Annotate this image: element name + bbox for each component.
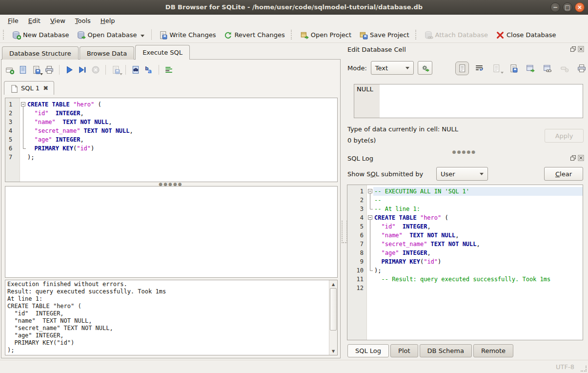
close-database-button[interactable]: Close Database	[492, 29, 560, 40]
menu-edit[interactable]: Edit	[23, 16, 45, 26]
dock-tab-remote[interactable]: Remote	[473, 344, 513, 357]
scrollbar-thumb[interactable]	[330, 288, 337, 331]
sql-log-view[interactable]: 1-- EXECUTING ALL IN 'SQL 1'2--3-- At li…	[347, 185, 583, 340]
fold-marker[interactable]	[20, 109, 26, 118]
close-dock-icon[interactable]	[578, 46, 584, 52]
open-sql-file-icon[interactable]	[19, 65, 27, 74]
save-as-icon[interactable]	[509, 64, 518, 73]
fold-marker[interactable]	[367, 222, 373, 231]
minimize-button[interactable]: −	[550, 2, 560, 12]
attach-database-button: Attach Database	[421, 29, 492, 40]
float-dock-icon[interactable]	[570, 155, 576, 161]
execution-message-pane[interactable]: Execution finished without errors.Result…	[5, 280, 338, 355]
toolbar-handle[interactable]	[3, 30, 5, 40]
fold-marker[interactable]	[20, 135, 26, 144]
text-view-icon[interactable]	[458, 64, 466, 73]
title-bar[interactable]: DB Browser for SQLite - /home/user/code/…	[0, 0, 588, 15]
maximize-button[interactable]: □	[563, 2, 572, 12]
toolbar-handle[interactable]	[291, 30, 293, 40]
code-line: 6 "name" TEXT NOT NULL,	[347, 231, 583, 240]
sql-tab[interactable]: SQL 1 ✖	[4, 81, 54, 95]
fold-marker[interactable]	[367, 213, 373, 222]
find-icon[interactable]	[131, 65, 140, 74]
message-line: At line 1:	[7, 295, 328, 303]
float-dock-icon[interactable]	[570, 46, 576, 52]
export-icon[interactable]	[526, 64, 535, 73]
cell-type-info: Type of data currently in cell: NULL	[347, 125, 458, 133]
dropdown-arrow-icon[interactable]	[141, 35, 144, 37]
print-cell-icon[interactable]	[577, 64, 586, 73]
fold-marker[interactable]	[20, 144, 26, 153]
horizontal-splitter[interactable]: ●●●●●	[1, 183, 340, 186]
menu-bar: FileEditViewToolsHelp	[0, 15, 588, 27]
close-button[interactable]: ×	[575, 2, 585, 12]
close-tab-icon[interactable]: ✖	[43, 85, 48, 91]
write-changes-button[interactable]: Write Changes	[155, 29, 220, 40]
menu-view[interactable]: View	[45, 16, 70, 26]
execute-all-icon[interactable]	[65, 65, 74, 74]
message-scrollbar[interactable]: ▲ ▼	[329, 280, 337, 355]
menu-help[interactable]: Help	[96, 16, 120, 26]
sql-log-dock-buttons	[570, 155, 584, 161]
fold-marker[interactable]	[367, 187, 373, 196]
scroll-down-icon[interactable]: ▼	[329, 347, 337, 355]
tab-execute-sql[interactable]: Execute SQL	[135, 45, 190, 60]
toolbar-separator	[105, 65, 106, 75]
tab-database-structure[interactable]: Database Structure	[2, 46, 79, 60]
fold-marker[interactable]	[20, 118, 26, 126]
fold-marker[interactable]	[367, 196, 373, 205]
cell-value-editor[interactable]: NULL	[354, 84, 583, 118]
save-project-icon	[359, 31, 367, 39]
fold-marker[interactable]	[367, 205, 373, 213]
clear-button[interactable]: Clear	[544, 167, 583, 181]
close-dock-icon[interactable]	[578, 155, 584, 161]
encoding-indicator[interactable]: UTF-8	[556, 363, 574, 371]
vertical-splitter[interactable]	[341, 60, 343, 358]
open-database-button[interactable]: Open Database	[73, 29, 149, 40]
dock-tab-db-schema[interactable]: DB Schema	[420, 344, 472, 357]
results-grid-pane[interactable]	[5, 186, 338, 278]
import-settings-button[interactable]	[418, 61, 432, 75]
new-sql-tab-icon[interactable]	[5, 65, 14, 74]
cell-mode-select[interactable]: Text	[371, 61, 414, 75]
fold-marker[interactable]	[20, 153, 26, 162]
fold-marker[interactable]	[367, 249, 373, 257]
fold-marker[interactable]	[20, 126, 26, 135]
dock-splitter[interactable]: ●●●●●	[344, 150, 585, 154]
fold-marker[interactable]	[367, 284, 373, 292]
scroll-up-icon[interactable]: ▲	[329, 280, 337, 288]
message-line: "id" INTEGER,	[7, 310, 328, 317]
dropdown-arrow-icon[interactable]	[40, 73, 43, 75]
format-sql-icon[interactable]	[164, 65, 173, 74]
autocomplete-icon[interactable]: ba	[144, 65, 153, 74]
print-icon[interactable]	[45, 65, 54, 74]
sql-code-editor[interactable]: 1CREATE TABLE "hero" (2 "id" INTEGER,3 "…	[5, 98, 338, 182]
app-window: DB Browser for SQLite - /home/user/code/…	[0, 0, 588, 373]
new-database-button[interactable]: New Database	[8, 29, 73, 40]
menu-file[interactable]: File	[3, 16, 23, 26]
save-sql-file-icon[interactable]	[32, 65, 41, 74]
toolbar-handle[interactable]	[415, 30, 418, 40]
resize-grip-icon[interactable]	[581, 366, 587, 372]
code-line: 3 "name" TEXT NOT NULL,	[5, 118, 337, 126]
revert-changes-button[interactable]: Revert Changes	[220, 29, 288, 40]
dock-tab-plot[interactable]: Plot	[390, 344, 418, 357]
link-icon[interactable]	[543, 64, 552, 73]
execute-line-icon[interactable]	[78, 65, 87, 74]
fold-marker[interactable]	[367, 257, 373, 266]
dropdown-arrow-icon[interactable]	[120, 73, 122, 75]
fold-marker[interactable]	[20, 100, 26, 109]
fold-marker[interactable]	[367, 240, 373, 249]
save-project-button[interactable]: Save Project	[355, 29, 413, 40]
submitted-by-select[interactable]: User	[436, 167, 488, 181]
toolbar-separator	[159, 65, 159, 75]
fold-marker[interactable]	[367, 275, 373, 284]
fold-marker[interactable]	[367, 231, 373, 240]
stop-icon	[91, 65, 100, 74]
tab-browse-data[interactable]: Browse Data	[80, 46, 135, 60]
dock-tab-sql-log[interactable]: SQL Log	[347, 344, 389, 357]
menu-tools[interactable]: Tools	[70, 16, 96, 26]
open-project-button[interactable]: Open Project	[296, 29, 355, 40]
word-wrap-icon[interactable]	[475, 64, 484, 73]
fold-marker[interactable]	[367, 266, 373, 275]
